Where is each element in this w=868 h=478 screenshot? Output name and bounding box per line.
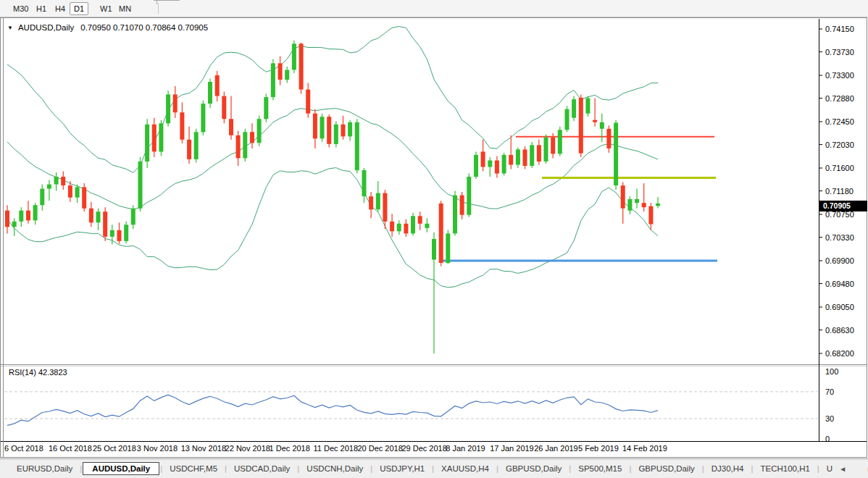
candle xyxy=(96,211,101,222)
tab-u[interactable]: U xyxy=(820,462,839,475)
candle xyxy=(579,98,583,154)
candle xyxy=(516,149,520,164)
tab-usdchf-m5[interactable]: USDCHF,M5 xyxy=(163,462,224,475)
candle xyxy=(495,161,499,174)
candle xyxy=(509,155,513,165)
timeframe-button-d1[interactable]: D1 xyxy=(70,2,88,15)
candle xyxy=(648,206,653,225)
candle xyxy=(530,145,534,166)
tab-gbpusd-daily[interactable]: GBPUSD,Daily xyxy=(499,462,568,475)
candle xyxy=(627,199,632,211)
candle xyxy=(152,125,157,152)
candle xyxy=(565,109,569,130)
candle xyxy=(257,119,262,143)
tab-usdcnh-daily[interactable]: USDCNH,Daily xyxy=(300,462,370,475)
candle xyxy=(131,209,135,225)
candle xyxy=(474,155,478,177)
mt4-terminal: { "toolbar": { "timeframes": ["M30","H1"… xyxy=(0,0,868,478)
candle xyxy=(19,211,23,222)
candle xyxy=(299,43,304,89)
candle xyxy=(453,196,457,234)
candle xyxy=(488,161,492,167)
candle xyxy=(243,132,247,158)
candle xyxy=(306,90,310,114)
candle xyxy=(600,122,604,129)
candle xyxy=(439,204,443,263)
candle xyxy=(264,97,268,119)
candle xyxy=(390,222,394,232)
timeframe-button-h1[interactable]: H1 xyxy=(32,2,51,15)
candle xyxy=(278,63,283,80)
chart-title: ▼ AUDUSD,Daily 0.70950 0.71070 0.70864 0… xyxy=(7,23,208,32)
chart-plot-area[interactable]: 0.741500.737300.733000.728800.724500.720… xyxy=(0,17,868,458)
chart-collapse-icon[interactable]: ▼ xyxy=(7,25,13,31)
time-axis[interactable] xyxy=(0,442,819,457)
candle xyxy=(585,98,590,114)
candle xyxy=(606,129,611,148)
candle xyxy=(320,117,325,138)
toolbar-separator xyxy=(158,3,159,14)
upper-toolbar-edge xyxy=(154,0,180,1)
rsi-line xyxy=(7,395,658,425)
timeframe-toolbar: M30H1H4D1W1MN xyxy=(0,0,868,17)
candle xyxy=(369,196,373,209)
candle xyxy=(89,209,93,223)
candle xyxy=(201,104,205,132)
candle xyxy=(397,224,401,232)
candle xyxy=(208,82,212,104)
candle xyxy=(12,222,17,227)
tab-scroll-left-icon[interactable]: ◄ xyxy=(839,465,846,473)
candle xyxy=(75,187,80,197)
timeframe-button-mn[interactable]: MN xyxy=(114,2,135,15)
candle xyxy=(40,189,44,206)
candle xyxy=(215,75,220,96)
tab-xauusd-h4[interactable]: XAUUSD,H4 xyxy=(435,462,496,475)
candle xyxy=(138,162,143,209)
candle xyxy=(467,177,471,215)
price-axis[interactable] xyxy=(819,17,867,441)
tab-scroll-nav: ◄► xyxy=(839,465,868,473)
chart-window: 0.741500.737300.733000.728800.724500.720… xyxy=(0,17,868,458)
candle xyxy=(502,155,506,174)
candle xyxy=(68,185,72,198)
tab-usdcad-daily[interactable]: USDCAD,Daily xyxy=(228,462,296,475)
candle xyxy=(166,94,170,123)
candle xyxy=(481,151,485,167)
candle xyxy=(635,199,639,203)
candle xyxy=(551,138,555,154)
candle xyxy=(5,211,9,227)
candle xyxy=(236,135,241,159)
tab-dj30-h4[interactable]: DJ30,H4 xyxy=(705,462,751,475)
candle xyxy=(593,120,597,122)
candle xyxy=(376,193,380,210)
candle xyxy=(523,149,527,166)
timeframe-button-h4[interactable]: H4 xyxy=(51,2,70,15)
tab-eurusd-daily[interactable]: EURUSD,Daily xyxy=(10,462,79,475)
candle xyxy=(327,117,331,144)
candle xyxy=(572,99,576,118)
candle xyxy=(54,177,59,185)
candle xyxy=(250,132,254,143)
candle xyxy=(621,185,625,209)
tab-tech100-h1[interactable]: TECH100,H1 xyxy=(754,462,816,475)
timeframe-button-m30[interactable]: M30 xyxy=(9,2,33,15)
candle xyxy=(558,130,562,154)
candle xyxy=(47,185,51,189)
candle xyxy=(362,170,367,196)
tab-gbpusd-daily[interactable]: GBPUSD,Daily xyxy=(632,462,701,475)
timeframe-button-w1[interactable]: W1 xyxy=(96,2,117,15)
candle xyxy=(145,125,149,162)
tab-usdjpy-h1[interactable]: USDJPY,H1 xyxy=(373,462,431,475)
current-price-tag: 0.70905 xyxy=(819,201,867,211)
candle xyxy=(418,216,422,224)
tab-audusd-daily[interactable]: AUDUSD,Daily xyxy=(83,462,159,475)
candle xyxy=(222,96,226,120)
candle xyxy=(292,43,296,70)
candle xyxy=(341,125,346,137)
candle xyxy=(103,211,107,237)
candle xyxy=(82,187,86,208)
candle xyxy=(229,119,233,135)
tab-sp500-m15[interactable]: SP500,M15 xyxy=(572,462,628,475)
bollinger-middle-band xyxy=(7,109,658,209)
candle xyxy=(537,145,541,162)
